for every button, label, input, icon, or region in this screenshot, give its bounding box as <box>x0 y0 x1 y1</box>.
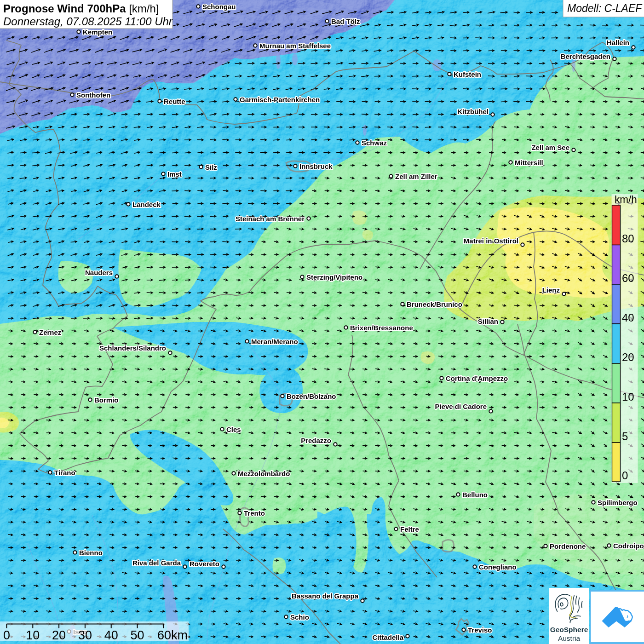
svg-text:Cles: Cles <box>226 426 241 433</box>
svg-text:Bozen/Bolzano: Bozen/Bolzano <box>287 392 336 400</box>
svg-text:Sillian: Sillian <box>478 317 498 325</box>
svg-text:GeoSphere: GeoSphere <box>550 626 588 633</box>
svg-text:30: 30 <box>78 628 92 642</box>
svg-text:Pordenone: Pordenone <box>550 542 586 550</box>
svg-text:Meran/Merano: Meran/Merano <box>251 338 298 345</box>
svg-text:Donnerstag, 07.08.2025 11:00 U: Donnerstag, 07.08.2025 11:00 Uhr <box>3 15 173 28</box>
svg-text:km/h: km/h <box>615 194 637 205</box>
svg-text:Kufstein: Kufstein <box>454 70 481 78</box>
svg-text:Modell: C-LAEF: Modell: C-LAEF <box>567 2 643 14</box>
svg-text:Riva del Garda: Riva del Garda <box>132 559 181 567</box>
svg-text:Berchtesgaden: Berchtesgaden <box>561 52 610 60</box>
svg-text:80: 80 <box>622 232 634 245</box>
svg-text:20: 20 <box>622 351 634 363</box>
svg-text:Hallein: Hallein <box>607 39 629 46</box>
svg-text:Pieve di Cadore: Pieve di Cadore <box>435 402 487 410</box>
svg-text:Feltre: Feltre <box>400 525 419 533</box>
svg-text:Rovereto: Rovereto <box>190 560 219 568</box>
svg-text:Trento: Trento <box>244 509 265 517</box>
svg-text:Spilimbergo: Spilimbergo <box>598 499 638 506</box>
svg-text:Kitzbühel: Kitzbühel <box>458 108 489 115</box>
svg-text:Bienno: Bienno <box>79 549 103 557</box>
svg-text:Mittersill: Mittersill <box>515 159 543 167</box>
svg-text:Zell am See: Zell am See <box>531 144 569 151</box>
svg-text:Imst: Imst <box>167 170 182 178</box>
svg-text:Bormio: Bormio <box>94 396 119 404</box>
svg-text:Bassano del Grappa: Bassano del Grappa <box>292 592 359 600</box>
svg-text:Garmisch-Partenkirchen: Garmisch-Partenkirchen <box>240 96 320 104</box>
svg-text:Tirano: Tirano <box>54 469 75 477</box>
svg-text:Lienz: Lienz <box>542 286 560 294</box>
svg-text:Austria: Austria <box>558 634 581 642</box>
svg-text:Innsbruck: Innsbruck <box>299 162 333 170</box>
svg-text:60: 60 <box>622 272 634 284</box>
svg-text:20: 20 <box>52 628 66 642</box>
svg-text:Belluno: Belluno <box>462 491 488 499</box>
svg-text:Sonthofen: Sonthofen <box>76 91 110 99</box>
svg-text:Predazzo: Predazzo <box>301 437 331 444</box>
svg-text:Schio: Schio <box>290 613 309 621</box>
svg-text:Brixen/Bressanone: Brixen/Bressanone <box>350 324 413 332</box>
svg-text:60km: 60km <box>157 628 188 642</box>
svg-text:40: 40 <box>104 628 118 642</box>
svg-text:Zernez: Zernez <box>39 328 61 336</box>
svg-text:Matrei in Osttirol: Matrei in Osttirol <box>464 237 518 245</box>
svg-text:Treviso: Treviso <box>468 626 492 634</box>
svg-text:Mezzolombardo: Mezzolombardo <box>238 470 290 477</box>
svg-text:Cortina d'Ampezzo: Cortina d'Ampezzo <box>446 374 508 382</box>
svg-text:Nauders: Nauders <box>85 269 113 276</box>
svg-text:Steinach am Brenner: Steinach am Brenner <box>236 215 305 223</box>
svg-text:Murnau am Staffelsee: Murnau am Staffelsee <box>259 42 331 50</box>
svg-text:Conegliano: Conegliano <box>479 563 517 571</box>
svg-text:Bad Tölz: Bad Tölz <box>331 17 360 25</box>
svg-text:Schlanders/Silandro: Schlanders/Silandro <box>99 344 166 352</box>
svg-text:Reutte: Reutte <box>164 98 185 105</box>
svg-text:Silz: Silz <box>205 163 217 171</box>
svg-text:10: 10 <box>622 391 634 403</box>
svg-text:Cittadella: Cittadella <box>372 633 403 641</box>
svg-text:0: 0 <box>622 469 628 482</box>
svg-text:5: 5 <box>622 430 628 443</box>
svg-text:50: 50 <box>130 628 144 642</box>
svg-text:10: 10 <box>26 628 40 642</box>
svg-text:Kempten: Kempten <box>83 28 112 36</box>
svg-text:40: 40 <box>622 311 634 324</box>
svg-text:Codroipo: Codroipo <box>613 542 644 550</box>
svg-text:Landeck: Landeck <box>132 201 161 208</box>
svg-text:Schwaz: Schwaz <box>362 139 387 147</box>
svg-text:Zell am Ziller: Zell am Ziller <box>395 172 437 180</box>
svg-text:Bruneck/Brunico: Bruneck/Brunico <box>407 300 462 308</box>
svg-text:Prognose Wind 700hPa [km/h]: Prognose Wind 700hPa [km/h] <box>3 2 159 15</box>
svg-text:0: 0 <box>3 628 10 642</box>
svg-text:Schongau: Schongau <box>202 3 236 11</box>
svg-text:Sterzing/Vipiteno: Sterzing/Vipiteno <box>306 273 362 281</box>
